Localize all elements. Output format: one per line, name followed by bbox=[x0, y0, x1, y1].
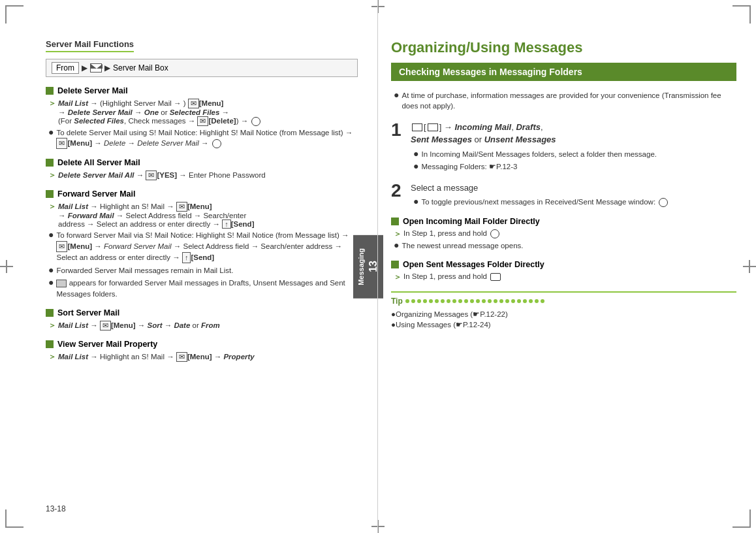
forward-bullet1: ● To forward Server Mail via S! Mail Not… bbox=[46, 230, 358, 263]
sidebar-label: Messaging bbox=[357, 248, 365, 285]
step1-bullet2: ● Messaging Folders: ☛P.12-3 bbox=[411, 161, 736, 172]
step1-bullet1-text: In Incoming Mail/Sent Messages folders, … bbox=[421, 149, 657, 159]
bullet-icon2: ● bbox=[48, 230, 54, 239]
intro-text: At time of purchase, information message… bbox=[402, 90, 736, 111]
sort-title: Sort Server Mail bbox=[57, 308, 119, 317]
forward-step: ＞ Mail List → Highlight an S! Mail → ✉[M… bbox=[46, 202, 358, 229]
view-property-block: View Server Mail Property ＞ Mail List → … bbox=[46, 340, 358, 362]
delete-all-step: ＞ Delete Server Mail All → ✉[YES] → Ente… bbox=[46, 170, 358, 180]
tip-item1: ●Organizing Messages (☛P.12-22) bbox=[391, 310, 736, 319]
green-square-icon bbox=[46, 87, 54, 95]
tip-dot2 bbox=[411, 299, 415, 303]
tip-item2: ●Using Messages (☛P.12-24) bbox=[391, 320, 736, 329]
tip-dot22 bbox=[529, 299, 533, 303]
bullet-icon3: ● bbox=[48, 265, 54, 274]
open-sent-heading: Open Sent Messages Folder Directly bbox=[391, 260, 736, 269]
step-arrow2: ＞ bbox=[48, 170, 56, 180]
step-2-content: Select a message ● To toggle previous/ne… bbox=[411, 182, 736, 210]
step-arrow-r2: ＞ bbox=[394, 272, 402, 282]
open-incoming-step-text: In Step 1, press and hold bbox=[403, 229, 501, 238]
tip-word: Tip bbox=[391, 297, 403, 306]
step-2: 2 Select a message ● To toggle previous/… bbox=[391, 182, 736, 210]
mail-icon bbox=[90, 63, 102, 73]
sort-block: Sort Server Mail ＞ Mail List → ✉[Menu] →… bbox=[46, 308, 358, 331]
step-1-text: [] → Incoming Mail, Drafts, Sent Message… bbox=[411, 121, 736, 146]
step-2-number: 2 bbox=[391, 182, 404, 200]
delete-server-mail-block: Delete Server Mail ＞ Mail List → (Highli… bbox=[46, 86, 358, 149]
open-sent-block: Open Sent Messages Folder Directly ＞ In … bbox=[391, 260, 736, 282]
tip-dot9 bbox=[452, 299, 456, 303]
page-number: 13-18 bbox=[46, 504, 66, 513]
view-property-step: ＞ Mail List → Highlight an S! Mail → ✉[M… bbox=[46, 352, 358, 362]
tip-dot23 bbox=[535, 299, 539, 303]
tip-dot4 bbox=[423, 299, 427, 303]
tip-dot7 bbox=[441, 299, 445, 303]
tip-dot6 bbox=[435, 299, 439, 303]
right-column: Organizing/Using Messages Checking Messa… bbox=[377, 0, 756, 533]
delete-bullet1-text: To delete Server Mail using S! Mail Noti… bbox=[56, 127, 358, 149]
tip-dot14 bbox=[482, 299, 486, 303]
bullet-r1: ● bbox=[394, 240, 399, 250]
green-sq-r2 bbox=[391, 261, 399, 268]
view-property-heading: View Server Mail Property bbox=[46, 340, 358, 349]
open-incoming-title: Open Incoming Mail Folder Directly bbox=[403, 217, 540, 226]
checking-header: Checking Messages in Messaging Folders bbox=[391, 63, 736, 81]
open-sent-step: ＞ In Step 1, press and hold bbox=[391, 272, 736, 282]
tip-dot8 bbox=[447, 299, 450, 303]
open-incoming-step: ＞ In Step 1, press and hold bbox=[391, 229, 736, 239]
tip-dot20 bbox=[517, 299, 521, 303]
open-sent-title: Open Sent Messages Folder Directly bbox=[403, 260, 544, 269]
bullet-s1-1: ● bbox=[413, 149, 418, 158]
tip-dot17 bbox=[499, 299, 503, 303]
bullet-s1-2: ● bbox=[413, 161, 418, 170]
breadcrumb-label: Server Mail Box bbox=[113, 63, 168, 73]
tip-dot10 bbox=[458, 299, 462, 303]
green-square-icon3 bbox=[46, 190, 54, 198]
forward-bullet3: ● appears for forwarded Server Mail mess… bbox=[46, 278, 358, 299]
open-sent-step-text: In Step 1, press and hold bbox=[403, 272, 502, 281]
forward-title: Forward Server Mail bbox=[57, 189, 136, 199]
open-incoming-heading: Open Incoming Mail Folder Directly bbox=[391, 217, 736, 226]
tip-dot18 bbox=[505, 299, 509, 303]
tip-dot1 bbox=[405, 299, 409, 303]
tip-dot19 bbox=[511, 299, 515, 303]
forward-bullet2-text: Forwarded Server Mail messages remain in… bbox=[56, 265, 233, 276]
view-property-title: View Server Mail Property bbox=[57, 340, 157, 349]
bullet-s2-1: ● bbox=[413, 197, 418, 206]
step-1: 1 [] → Incoming Mail, Drafts, Sent Messa… bbox=[391, 121, 736, 174]
tip-dot16 bbox=[494, 299, 497, 303]
breadcrumb-arrow2: ▶ bbox=[104, 63, 110, 73]
tip-dot24 bbox=[541, 299, 544, 303]
left-column: Server Mail Functions From ▶ ▶ Server Ma… bbox=[0, 0, 377, 533]
mail-icon-inline1 bbox=[412, 123, 422, 131]
delete-all-step-text: Delete Server Mail All → ✉[YES] → Enter … bbox=[58, 170, 266, 180]
breadcrumb: From ▶ ▶ Server Mail Box bbox=[46, 59, 358, 77]
tip-dot11 bbox=[464, 299, 468, 303]
forward-bullet2: ● Forwarded Server Mail messages remain … bbox=[46, 265, 358, 276]
delete-server-mail-title: Delete Server Mail bbox=[57, 86, 128, 95]
left-section-title: Server Mail Functions bbox=[46, 39, 134, 52]
tip-label: Tip bbox=[391, 297, 736, 306]
step1-bullet1: ● In Incoming Mail/Sent Messages folders… bbox=[411, 149, 736, 159]
open-incoming-block: Open Incoming Mail Folder Directly ＞ In … bbox=[391, 217, 736, 251]
tip-dot13 bbox=[476, 299, 480, 303]
sort-heading: Sort Server Mail bbox=[46, 308, 358, 317]
breadcrumb-arrow1: ▶ bbox=[82, 63, 87, 73]
delete-step1: ＞ Mail List → (Highlight Server Mail → )… bbox=[46, 99, 358, 126]
open-incoming-bullet: ● The newest unread message opens. bbox=[391, 240, 736, 251]
intro-bullet-icon: ● bbox=[394, 90, 399, 99]
forward-heading: Forward Server Mail bbox=[46, 189, 358, 199]
step-arrow4: ＞ bbox=[48, 321, 56, 331]
sort-step-text: Mail List → ✉[Menu] → Sort → Date or Fro… bbox=[58, 321, 220, 331]
step-arrow: ＞ bbox=[48, 99, 56, 108]
step2-bullet1: ● To toggle previous/next messages in Re… bbox=[411, 197, 736, 207]
bullet-icon4: ● bbox=[48, 278, 54, 287]
delete-all-heading: Delete All Server Mail bbox=[46, 158, 358, 167]
step-arrow3: ＞ bbox=[48, 202, 56, 212]
step-1-number: 1 bbox=[391, 121, 404, 139]
view-property-step-text: Mail List → Highlight an S! Mail → ✉[Men… bbox=[58, 352, 255, 362]
sort-step: ＞ Mail List → ✉[Menu] → Sort → Date or F… bbox=[46, 321, 358, 331]
green-square-icon4 bbox=[46, 309, 54, 317]
tip-dot5 bbox=[429, 299, 433, 303]
open-incoming-bullet-text: The newest unread message opens. bbox=[402, 240, 523, 251]
